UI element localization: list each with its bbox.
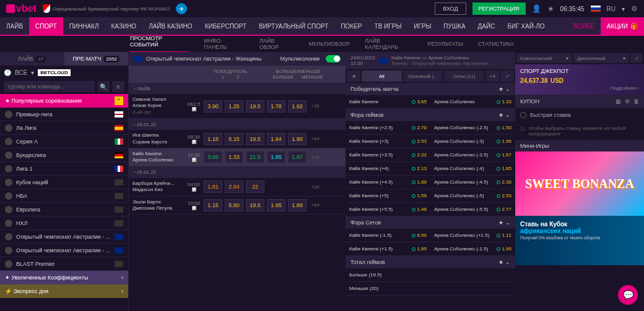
odd-button[interactable]: 1.15 xyxy=(204,199,222,211)
popular-header[interactable]: ★ Популярные соревнования ⌃ xyxy=(0,94,128,108)
odd-button[interactable]: 1.97 xyxy=(288,151,307,163)
odd-cell[interactable]: Кайя Канепи3.65 xyxy=(346,95,430,108)
register-button[interactable]: РЕГИСТРАЦИЯ xyxy=(472,2,526,15)
odd-button[interactable]: 3.65 xyxy=(204,151,222,163)
express-day[interactable]: ⚡ Экспресс дня› xyxy=(0,284,128,298)
odd-cell[interactable]: Арина Соболенко (-4.5)2.30 xyxy=(430,176,515,189)
match-row[interactable]: Эшли БартиДжессика Пегула10:00📊1.155.801… xyxy=(129,197,346,215)
odd-button[interactable]: 22 xyxy=(246,181,264,193)
league-item[interactable]: Открытый чемпионат Австралии - ... xyxy=(0,244,128,257)
odd-cell[interactable]: Арина Соболенко (+1.5)1.11 xyxy=(430,229,515,242)
login-button[interactable]: ВХОД xyxy=(435,2,466,15)
match-row[interactable]: Барбора Крейчи...Мадисон Киз04:00📊1.812.… xyxy=(129,178,346,197)
telegram-icon[interactable]: ✈ xyxy=(176,3,187,14)
odd-button[interactable]: 19.5 xyxy=(246,100,264,113)
star-icon[interactable]: ★ xyxy=(547,4,554,13)
section-live[interactable]: › ЛАЙВ xyxy=(129,83,346,94)
nav-pinnacle[interactable]: ПИННАКЛ xyxy=(63,17,105,35)
nav-virtual[interactable]: ВИРТУАЛЬНЫЙ СПОРТ xyxy=(253,17,334,35)
odd-button[interactable]: 1.95 xyxy=(267,199,285,211)
section-date1[interactable]: › 24.01.22 xyxy=(129,119,346,130)
search-icon[interactable]: 🔍 xyxy=(97,81,110,92)
odd-button[interactable]: 19.5 xyxy=(246,199,264,211)
odd-button[interactable]: 1.90 xyxy=(288,133,307,145)
subnav-stats[interactable]: СТАТИСТИКА xyxy=(478,41,514,47)
odd-button[interactable]: 1.25 xyxy=(225,100,243,113)
league-item[interactable]: Евролига xyxy=(0,203,128,216)
odd-button[interactable]: 1.94 xyxy=(267,133,285,145)
clock-icon[interactable]: 🕐 xyxy=(4,69,11,76)
odd-button[interactable]: 1.33 xyxy=(225,151,243,163)
odd-cell[interactable]: Арина Соболенко (-5.5)2.77 xyxy=(430,203,515,216)
tab-main[interactable]: Основной (... xyxy=(403,70,443,82)
trash-icon[interactable]: 🗑 xyxy=(633,98,639,104)
fav-tab[interactable]: ★ xyxy=(347,70,360,82)
odd-cell[interactable]: Кайя Канепи (+4.5)1.80 xyxy=(346,176,430,189)
nav-dice[interactable]: ДАЙС xyxy=(472,17,502,35)
match-row[interactable]: Симона ХалепАлизе Корне2-ой сет0&1:5📊3.9… xyxy=(129,94,346,119)
user-icon[interactable]: 👤 xyxy=(532,4,541,13)
odd-cell[interactable]: Арина Соболенко (-3)1.56 xyxy=(430,135,515,148)
odd-cell[interactable]: Больше (19.5) xyxy=(346,268,515,281)
odd-button[interactable]: 1.92 xyxy=(288,100,307,113)
multicolumn-toggle[interactable] xyxy=(326,55,341,62)
nav-games[interactable]: ИГРЫ xyxy=(407,17,437,35)
league-item[interactable]: НБА xyxy=(0,189,128,203)
subnav-liveoverview[interactable]: ЛАЙВ ОБЗОР xyxy=(259,38,294,50)
odd-cell[interactable]: Арина Соболенко (-2.5)1.50 xyxy=(430,121,515,134)
minigame-banner[interactable]: SWEET BONANZA xyxy=(515,151,644,216)
odd-button[interactable]: 1.85 xyxy=(267,151,285,163)
nav-poker[interactable]: ПОКЕР xyxy=(334,17,368,35)
gear-icon[interactable]: ⚙ xyxy=(625,98,630,104)
odd-button[interactable]: 1.18 xyxy=(204,133,222,145)
odd-cell[interactable]: Меньше (20) xyxy=(346,282,515,295)
tab-sets[interactable]: Сеты (11) xyxy=(444,70,484,82)
odd-cell[interactable]: Кайя Канепи (+5)1.59 xyxy=(346,189,430,202)
promo-banner[interactable]: Ставь на Кубок африканских наций Получай… xyxy=(515,216,644,265)
odd-button[interactable]: 2.04 xyxy=(225,181,243,193)
odd-cell[interactable]: Кайя Канепи (+3.5)2.32 xyxy=(346,148,430,161)
odd-cell[interactable]: Арина Соболенко (-3.5)1.67 xyxy=(430,148,515,161)
boosted-odds[interactable]: ✦ Увеличенные Коэффициенты› xyxy=(0,271,128,284)
nav-tvgames[interactable]: ТВ ИГРЫ xyxy=(368,17,408,35)
league-item[interactable]: Кубок наций xyxy=(0,176,128,189)
subnav-multi[interactable]: МУЛЬТИОБЗОР xyxy=(308,41,350,47)
odd-button[interactable]: 3.90 xyxy=(204,100,222,113)
odd-cell[interactable]: Кайя Канепи (+5.5)1.48 xyxy=(346,203,430,216)
nav-sport[interactable]: СПОРТ xyxy=(29,17,63,35)
lang-select[interactable]: RU xyxy=(607,6,616,12)
odd-cell[interactable]: Кайя Канепи (+3)2.53 xyxy=(346,135,430,148)
market-totalgames[interactable]: Тотал геймов★ ⌄ xyxy=(346,256,515,268)
logo[interactable]: vbet xyxy=(6,3,37,14)
expand-icon[interactable]: ⤢ xyxy=(630,53,643,63)
quickbet-toggle[interactable]: Быстрая ставка xyxy=(515,108,644,122)
minigames-header[interactable]: Мини-Игры xyxy=(515,140,644,151)
tab-more[interactable]: +4 xyxy=(485,70,499,82)
league-item[interactable]: Бундеслига xyxy=(0,148,128,162)
expand-icon[interactable]: ⤢ xyxy=(500,70,514,82)
nav-esport[interactable]: КИБЕРСПОРТ xyxy=(199,17,253,35)
league-item[interactable]: Лига 1 xyxy=(0,162,128,176)
collapse-icon[interactable]: ⌃ xyxy=(115,96,123,105)
league-item[interactable]: Открытый чемпионат Австралии - ... xyxy=(0,230,128,244)
odd-button[interactable]: 5.15 xyxy=(225,133,243,145)
section-date2[interactable]: › 25.01.22 xyxy=(129,167,346,178)
odd-button[interactable]: 1.89 xyxy=(288,199,307,211)
odd-cell[interactable]: Кайя Канепи (-1.5)6.50 xyxy=(346,229,430,242)
odd-cell[interactable]: Кайя Канепи (+1.5)1.85 xyxy=(346,242,430,255)
odd-cell[interactable]: Арина Соболенко (-4)1.85 xyxy=(430,162,515,175)
market-winner[interactable]: Победитель матча★ ⌄ xyxy=(346,83,515,95)
tab-live[interactable]: ЛАЙВ27 xyxy=(0,52,64,66)
subnav-calendar[interactable]: ЛАЙВ КАЛЕНДАРЬ xyxy=(365,38,412,50)
league-item[interactable]: Серия А xyxy=(0,135,128,148)
search-input[interactable] xyxy=(4,81,95,92)
nav-pushka[interactable]: ПУШКА xyxy=(437,17,471,35)
market-gamehcp[interactable]: Фора геймов★ ⌄ xyxy=(346,109,515,121)
odd-cell[interactable]: Арина Соболенко1.33 xyxy=(430,95,515,108)
view-decimal[interactable]: Десятичный▾ xyxy=(573,53,629,63)
betcloud-toggle[interactable]: BETCLOUD xyxy=(38,69,70,76)
tab-all[interactable]: All xyxy=(362,70,402,82)
filter-all[interactable]: ВСЕ xyxy=(15,69,27,76)
calc-icon[interactable]: ▦ xyxy=(616,98,621,104)
nav-promo[interactable]: АКЦИИ🎁 xyxy=(601,17,644,35)
